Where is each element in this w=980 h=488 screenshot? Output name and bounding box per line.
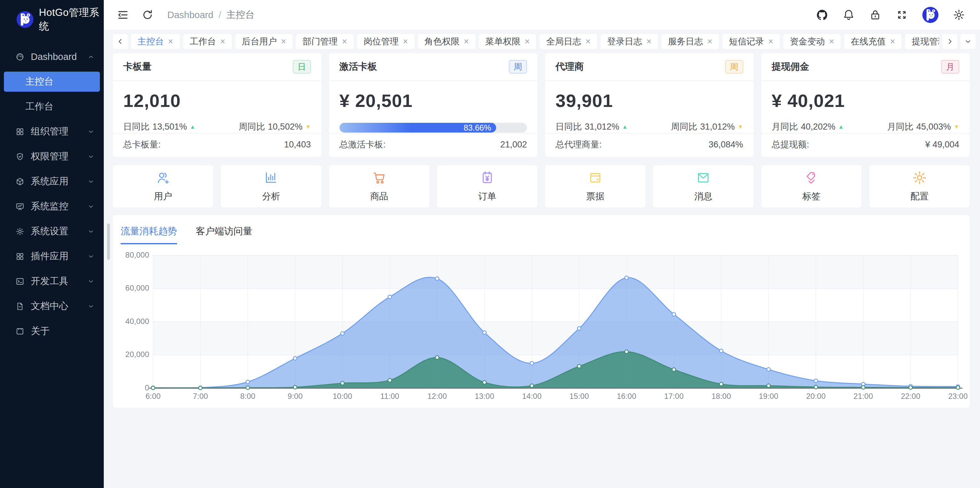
traffic-chart-card: 流量消耗趋势 客户端访问量 <box>113 215 970 408</box>
tab-label: 登录日志 <box>607 36 642 47</box>
sidebar-item-about[interactable]: 关于 <box>4 321 100 341</box>
tab-close-icon[interactable]: × <box>585 36 590 47</box>
tab-close-icon[interactable]: × <box>646 36 652 47</box>
tab-item[interactable]: 工作台× <box>183 34 232 49</box>
bar-chart-icon <box>263 170 278 185</box>
tab-close-icon[interactable]: × <box>403 36 408 47</box>
sidebar-item-auth[interactable]: 权限管理 <box>4 146 100 166</box>
sidebar-item-console[interactable]: 主控台 <box>4 71 100 92</box>
sidebar-item-label: 开发工具 <box>31 275 68 288</box>
tabs-menu-button[interactable] <box>961 34 975 49</box>
stat-metrics: 日同比13,501%▲ 周同比10,502%▼ <box>123 121 311 133</box>
content: 卡板量 日 12,010 日同比13,501%▲ 周同比10,502%▼ 总卡板… <box>104 53 980 408</box>
sidebar-item-plugin[interactable]: 插件应用 <box>4 246 100 266</box>
period-badge-week: 周 <box>725 60 743 74</box>
sidebar-item-workbench[interactable]: 工作台 <box>4 97 100 117</box>
tab-close-icon[interactable]: × <box>220 36 225 47</box>
shortcut-config[interactable]: 配置 <box>869 165 970 208</box>
stat-card-agents: 代理商 周 39,901 日同比31,012%▲ 周同比31,012%▼ 总代理… <box>545 53 754 157</box>
shortcut-row: 用户分析商品订单票据消息标签配置 <box>113 165 970 208</box>
stat-card-body: 39,901 日同比31,012%▲ 周同比31,012%▼ <box>545 81 754 133</box>
tab-close-icon[interactable]: × <box>168 36 173 47</box>
shortcut-label: 配置 <box>910 190 928 203</box>
koala-logo-icon <box>16 11 34 28</box>
tab-close-icon[interactable]: × <box>342 36 347 47</box>
metric-right: 月同比45,003%▼ <box>887 121 959 133</box>
tab-item[interactable]: 后台用户× <box>235 34 293 49</box>
tab-close-icon[interactable]: × <box>281 36 286 47</box>
chart-tab-traffic-trend[interactable]: 流量消耗趋势 <box>121 225 177 244</box>
tab-close-icon[interactable]: × <box>525 36 530 47</box>
stat-card-body: ¥ 20,501 83.66% <box>329 81 538 133</box>
github-icon[interactable] <box>816 9 828 21</box>
sidebar-item-org[interactable]: 组织管理 <box>4 122 100 142</box>
shortcut-order[interactable]: 订单 <box>437 165 537 208</box>
tab-item[interactable]: 服务日志× <box>662 34 719 49</box>
tab-close-icon[interactable]: × <box>464 36 469 47</box>
stat-metrics: 月同比40,202%▲ 月同比45,003%▼ <box>772 121 959 133</box>
tab-close-icon[interactable]: × <box>707 36 713 47</box>
sidebar-item-docs[interactable]: 文档中心 <box>4 296 100 316</box>
tab-close-icon[interactable]: × <box>829 36 834 47</box>
tab-item[interactable]: 登录日志× <box>601 34 658 49</box>
shortcut-invoice[interactable]: 票据 <box>545 165 645 208</box>
tab-label: 全局日志 <box>546 36 581 47</box>
gear-icon <box>912 170 927 185</box>
tab-item[interactable]: 提现管理× <box>905 34 939 49</box>
collapse-sidebar-icon[interactable] <box>117 9 129 21</box>
tab-label: 岗位管理 <box>364 36 399 47</box>
chevron-down-icon <box>87 303 95 310</box>
trend-up-icon: ▲ <box>838 124 844 130</box>
tab-item[interactable]: 菜单权限× <box>479 34 536 49</box>
tab-close-icon[interactable]: × <box>768 36 773 47</box>
sidebar-item-monitor[interactable]: 系统监控 <box>4 196 100 217</box>
tab-item[interactable]: 资金变动× <box>783 34 841 49</box>
tab-item[interactable]: 角色权限× <box>418 34 476 49</box>
refresh-icon[interactable] <box>142 9 154 21</box>
avatar[interactable] <box>922 7 939 23</box>
notification-bell-icon[interactable] <box>843 9 855 21</box>
tab-label: 资金变动 <box>790 36 825 47</box>
user-add-icon <box>155 170 170 185</box>
settings-gear-icon[interactable] <box>953 9 965 21</box>
fullscreen-icon[interactable] <box>896 9 908 21</box>
sidebar-item-label: 系统设置 <box>31 225 68 238</box>
tab-label: 角色权限 <box>425 36 460 47</box>
invoice-icon <box>588 170 603 185</box>
shortcut-goods[interactable]: 商品 <box>329 165 430 208</box>
tab-item[interactable]: 岗位管理× <box>357 34 414 49</box>
sidebar-item-devtools[interactable]: 开发工具 <box>4 271 100 291</box>
lock-screen-icon[interactable] <box>869 9 881 21</box>
tab-item[interactable]: 在线充值× <box>844 34 902 49</box>
period-badge-week: 周 <box>509 60 527 74</box>
shortcut-message[interactable]: 消息 <box>653 165 753 208</box>
tab-item[interactable]: 部门管理× <box>296 34 353 49</box>
chart-tab-client-visits[interactable]: 客户端访问量 <box>196 225 252 244</box>
chevron-down-icon <box>87 128 95 135</box>
stat-card-title: 激活卡板 <box>339 60 377 73</box>
tabs-scroll-left-button[interactable] <box>113 34 128 49</box>
tab-item[interactable]: 全局日志× <box>539 34 597 49</box>
grid-icon <box>16 252 24 261</box>
sidebar-item-settings[interactable]: 系统设置 <box>4 221 100 241</box>
shortcut-analysis[interactable]: 分析 <box>221 165 321 208</box>
tabs-scroll-right-button[interactable] <box>942 34 957 49</box>
content-scrollbar[interactable] <box>107 223 110 260</box>
progress-percent-label: 83.66% <box>464 123 491 133</box>
shortcut-tag[interactable]: 标签 <box>761 165 862 208</box>
tab-item[interactable]: 主控台× <box>131 34 180 49</box>
tab-label: 部门管理 <box>302 36 337 47</box>
period-badge-month: 月 <box>941 60 959 74</box>
tab-close-icon[interactable]: × <box>890 36 895 47</box>
shortcut-user[interactable]: 用户 <box>113 165 213 208</box>
breadcrumb-root[interactable]: Dashboard <box>167 10 213 21</box>
shortcut-label: 票据 <box>586 190 605 203</box>
tab-item[interactable]: 短信记录× <box>722 34 780 49</box>
traffic-area-chart <box>113 246 970 406</box>
logo[interactable]: HotGo管理系统 <box>0 0 104 38</box>
chevron-down-icon <box>87 153 95 160</box>
stat-card-withdraw-commission: 提现佣金 月 ¥ 40,021 月同比40,202%▲ 月同比45,003%▼ … <box>761 53 970 157</box>
tab-label: 工作台 <box>190 36 216 47</box>
sidebar-item-dashboard[interactable]: Dashboard <box>4 47 100 67</box>
sidebar-item-app[interactable]: 系统应用 <box>4 171 100 192</box>
